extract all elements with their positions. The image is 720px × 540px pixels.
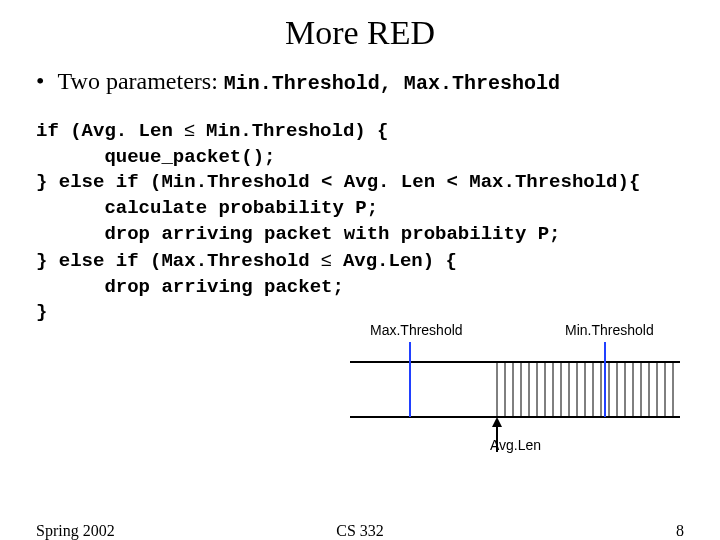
max-threshold-label: Max.Threshold [370, 322, 463, 338]
code-l6b: Avg.Len) { [331, 250, 456, 272]
svg-marker-28 [492, 417, 502, 427]
code-l7: drop arriving packet; [36, 276, 344, 298]
bullet-text: Two parameters: [58, 68, 224, 94]
slide-title: More RED [0, 0, 720, 60]
bullet-code: Min.Threshold, Max.Threshold [224, 72, 560, 95]
slide: More RED • Two parameters: Min.Threshold… [0, 0, 720, 540]
avg-len-label: Avg.Len [490, 437, 541, 453]
footer-page-number: 8 [676, 522, 684, 540]
code-le1: ≤ [184, 119, 194, 140]
bullet-marker: • [36, 68, 52, 95]
queue-illustration: Max.Threshold Min.Threshold Avg.Len [350, 322, 680, 462]
code-l5: drop arriving packet with probability P; [36, 223, 561, 245]
code-block: if (Avg. Len ≤ Min.Threshold) { queue_pa… [0, 95, 720, 326]
footer-center: CS 332 [0, 522, 720, 540]
code-l2: queue_packet(); [36, 146, 275, 168]
min-threshold-label: Min.Threshold [565, 322, 654, 338]
code-l1a: if (Avg. Len [36, 120, 184, 142]
code-le2: ≤ [321, 249, 331, 270]
code-l4: calculate probability P; [36, 197, 378, 219]
code-l1b: Min.Threshold) { [195, 120, 389, 142]
code-l3: } else if (Min.Threshold < Avg. Len < Ma… [36, 171, 640, 193]
code-l6a: } else if (Max.Threshold [36, 250, 321, 272]
bullet-line: • Two parameters: Min.Threshold, Max.Thr… [0, 60, 720, 95]
code-l8: } [36, 301, 47, 323]
